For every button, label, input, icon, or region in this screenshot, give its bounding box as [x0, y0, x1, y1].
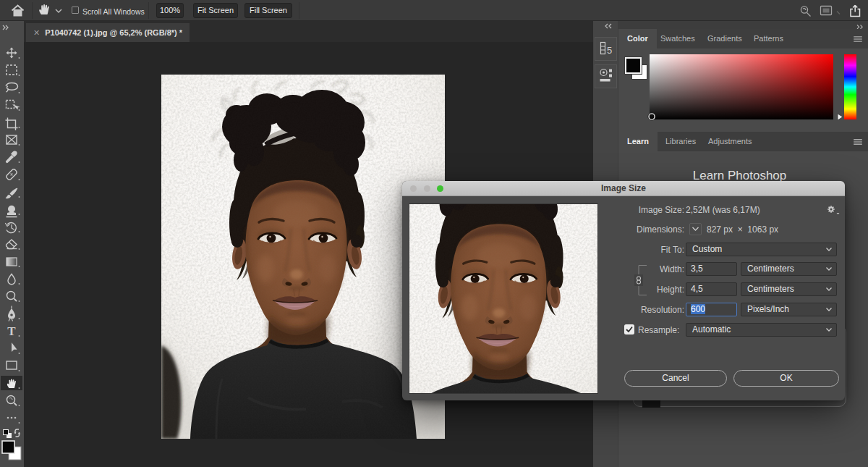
svg-text:5: 5	[607, 45, 612, 56]
svg-text:T: T	[7, 324, 16, 338]
